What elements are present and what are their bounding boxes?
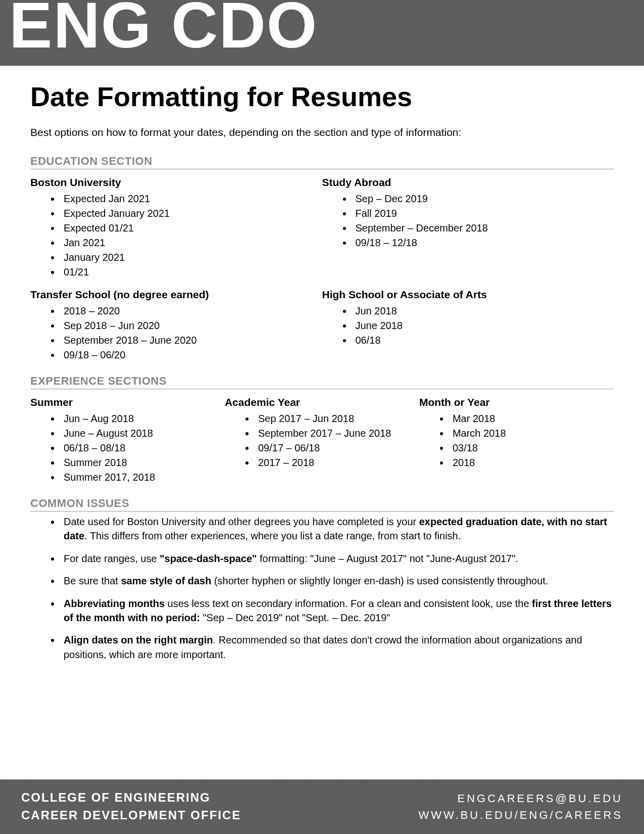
list-item: Summer 2017, 2018 xyxy=(61,470,225,485)
list-item: Sep – Dec 2019 xyxy=(353,192,614,206)
list-item: 2017 – 2018 xyxy=(255,455,419,470)
footer-band: COLLEGE OF ENGINEERING CAREER DEVELOPMEN… xyxy=(0,779,644,834)
list-item: 2018 – 2020 xyxy=(61,304,322,318)
list-item: Jan 2021 xyxy=(61,236,322,250)
list-item: Mar 2018 xyxy=(450,411,614,426)
exp-summer-heading: Summer xyxy=(30,396,225,408)
list-item: September – December 2018 xyxy=(353,221,614,236)
list-item: 01/21 xyxy=(61,265,322,280)
edu-hs-list: Jun 2018June 201806/18 xyxy=(322,304,614,348)
issue-item: For date ranges, use "space-dash-space" … xyxy=(61,551,614,566)
footer-left: COLLEGE OF ENGINEERING CAREER DEVELOPMEN… xyxy=(21,789,241,824)
list-item: Sep 2018 – Jun 2020 xyxy=(61,318,322,333)
list-item: June 2018 xyxy=(353,318,614,333)
list-item: Sep 2017 – Jun 2018 xyxy=(255,411,419,426)
exp-month-heading: Month or Year xyxy=(419,396,614,408)
list-item: Expected Jan 2021 xyxy=(61,192,322,206)
footer-left-line1: COLLEGE OF ENGINEERING xyxy=(21,789,241,807)
list-item: 06/18 xyxy=(353,333,614,348)
issues-list: Date used for Boston University and othe… xyxy=(30,515,614,662)
list-item: 06/18 – 08/18 xyxy=(61,441,225,455)
edu-transfer-heading: Transfer School (no degree earned) xyxy=(30,289,322,301)
list-item: September 2017 – June 2018 xyxy=(255,426,419,441)
section-experience-heading: EXPERIENCE SECTIONS xyxy=(30,375,614,389)
list-item: Expected 01/21 xyxy=(61,221,322,236)
list-item: Summer 2018 xyxy=(61,455,225,470)
edu-transfer-list: 2018 – 2020Sep 2018 – Jun 2020September … xyxy=(30,304,322,362)
edu-hs-heading: High School or Associate of Arts xyxy=(322,289,614,301)
footer-right-line2: WWW.BU.EDU/ENG/CAREERS xyxy=(418,807,623,823)
issue-item: Abbreviating months uses less text on se… xyxy=(61,596,614,625)
footer-right-line1: ENGCAREERS@BU.EDU xyxy=(418,790,623,807)
edu-abroad-list: Sep – Dec 2019Fall 2019September – Decem… xyxy=(322,192,614,250)
list-item: Jun 2018 xyxy=(353,304,614,318)
edu-bu-list: Expected Jan 2021Expected January 2021Ex… xyxy=(30,192,322,280)
footer-left-line2: CAREER DEVELOPMENT OFFICE xyxy=(21,807,241,824)
list-item: 2018 xyxy=(450,455,614,470)
exp-academic-list: Sep 2017 – Jun 2018September 2017 – June… xyxy=(225,411,419,470)
footer-right: ENGCAREERS@BU.EDU WWW.BU.EDU/ENG/CAREERS xyxy=(418,790,623,823)
list-item: 09/18 – 12/18 xyxy=(353,236,614,250)
issue-item: Align dates on the right margin. Recomme… xyxy=(61,633,614,662)
list-item: June – August 2018 xyxy=(61,426,225,441)
list-item: Fall 2019 xyxy=(353,206,614,221)
header-band: ENG CDO xyxy=(0,0,644,66)
section-issues-heading: COMMON ISSUES xyxy=(30,497,614,512)
header-logo: ENG CDO xyxy=(9,0,318,58)
exp-academic-heading: Academic Year xyxy=(225,396,419,408)
edu-abroad-heading: Study Abroad xyxy=(322,176,614,189)
edu-bu-heading: Boston University xyxy=(30,176,322,189)
intro-text: Best options on how to format your dates… xyxy=(30,126,614,138)
list-item: Jun – Aug 2018 xyxy=(61,411,225,426)
content-area: Date Formatting for Resumes Best options… xyxy=(0,66,644,662)
list-item: September 2018 – June 2020 xyxy=(61,333,322,348)
list-item: March 2018 xyxy=(450,426,614,441)
issue-item: Be sure that same style of dash (shorter… xyxy=(61,574,614,588)
exp-month-list: Mar 2018March 201803/182018 xyxy=(419,411,614,470)
exp-summer-list: Jun – Aug 2018June – August 201806/18 – … xyxy=(30,411,225,485)
list-item: 09/18 – 06/20 xyxy=(61,348,322,362)
list-item: 03/18 xyxy=(450,441,614,455)
list-item: Expected January 2021 xyxy=(61,206,322,221)
list-item: 09/17 – 06/18 xyxy=(255,441,419,455)
section-education-heading: EDUCATION SECTION xyxy=(30,155,614,169)
issue-item: Date used for Boston University and othe… xyxy=(61,515,614,543)
page-title: Date Formatting for Resumes xyxy=(30,81,614,112)
list-item: January 2021 xyxy=(61,250,322,265)
